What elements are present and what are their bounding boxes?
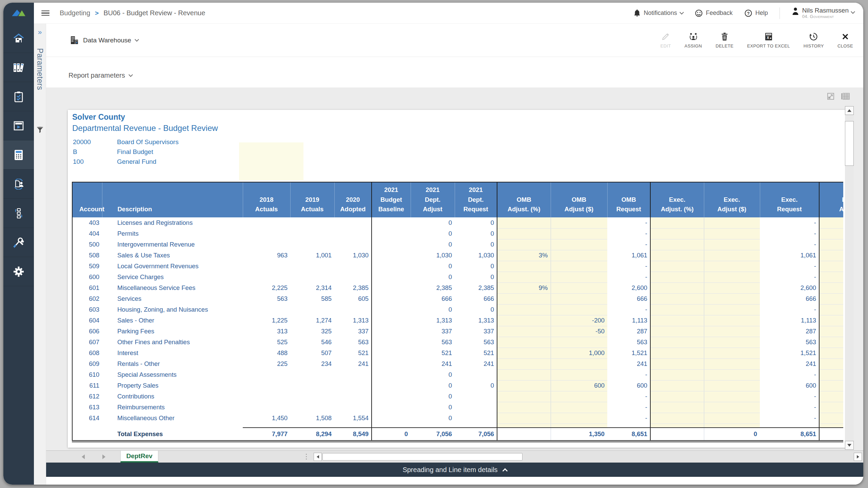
cell-edol[interactable] xyxy=(704,348,760,358)
cell-opct[interactable] xyxy=(497,293,551,304)
cell-edol[interactable] xyxy=(704,358,760,369)
cell-opct[interactable]: 9% xyxy=(497,282,551,293)
cell-part[interactable] xyxy=(819,293,843,304)
report-parameters-toggle[interactable]: Report parameters xyxy=(68,72,132,79)
data-source-selector[interactable]: Data Warehouse xyxy=(70,36,138,45)
sidebar-item-settings[interactable] xyxy=(3,257,34,286)
cell-odol[interactable] xyxy=(551,261,607,272)
horizontal-scrollbar[interactable] xyxy=(312,451,863,463)
cell-opct[interactable] xyxy=(497,261,551,272)
spreading-details-toggle[interactable]: Spreading and Line item details xyxy=(46,463,863,477)
cell-edol[interactable] xyxy=(704,282,760,293)
cell-opct[interactable] xyxy=(497,304,551,315)
cell-odol[interactable] xyxy=(551,272,607,282)
cell-odol[interactable] xyxy=(551,358,607,369)
cell-opct[interactable] xyxy=(497,337,551,348)
cell-edol[interactable] xyxy=(704,293,760,304)
cell-edol[interactable] xyxy=(704,337,760,348)
cell-epct[interactable] xyxy=(650,228,704,239)
horizontal-scroll-thumb[interactable] xyxy=(322,453,522,461)
cell-part[interactable] xyxy=(819,261,843,272)
cell-part[interactable] xyxy=(819,413,843,424)
sidebar-item-playbooks[interactable] xyxy=(3,111,34,140)
notifications-button[interactable]: Notifications xyxy=(633,9,683,17)
scroll-right-button[interactable] xyxy=(854,453,862,461)
cell-epct[interactable] xyxy=(650,261,704,272)
cell-epct[interactable] xyxy=(650,413,704,424)
cell-edol[interactable] xyxy=(704,304,760,315)
cell-odol[interactable] xyxy=(551,413,607,424)
cell-odol[interactable] xyxy=(551,250,607,261)
sidebar-item-tasks[interactable] xyxy=(3,82,34,111)
cell-part[interactable] xyxy=(819,402,843,413)
cell-epct[interactable] xyxy=(650,217,704,228)
cell-epct[interactable] xyxy=(650,358,704,369)
vertical-scrollbar[interactable] xyxy=(845,106,854,450)
cell-epct[interactable] xyxy=(650,348,704,358)
cell-opct[interactable] xyxy=(497,217,551,228)
cell-opct[interactable] xyxy=(497,413,551,424)
cell-edol[interactable] xyxy=(704,315,760,326)
cell-odol[interactable] xyxy=(551,239,607,250)
previous-sheet-button[interactable] xyxy=(82,454,85,459)
cell-odol[interactable]: -50 xyxy=(551,326,607,337)
cell-odol[interactable] xyxy=(551,391,607,402)
sidebar-item-process[interactable] xyxy=(3,199,34,228)
cell-edol[interactable] xyxy=(704,272,760,282)
cell-epct[interactable] xyxy=(650,250,704,261)
scroll-up-button[interactable] xyxy=(845,106,854,115)
cell-opct[interactable] xyxy=(497,369,551,380)
cell-odol[interactable] xyxy=(551,282,607,293)
cell-epct[interactable] xyxy=(650,337,704,348)
cell-epct[interactable] xyxy=(650,326,704,337)
cell-odol[interactable] xyxy=(551,293,607,304)
cell-part[interactable] xyxy=(819,391,843,402)
cell-odol[interactable] xyxy=(551,217,607,228)
cell-epct[interactable] xyxy=(650,272,704,282)
grid-view-icon[interactable] xyxy=(841,92,850,100)
cell-part[interactable] xyxy=(819,315,843,326)
assign-button[interactable]: ASSIGN xyxy=(685,32,702,48)
cell-part[interactable] xyxy=(819,326,843,337)
cell-opct[interactable] xyxy=(497,358,551,369)
cell-edol[interactable] xyxy=(704,413,760,424)
cell-odol[interactable] xyxy=(551,337,607,348)
breadcrumb-section[interactable]: Budgeting xyxy=(60,9,90,17)
cell-part[interactable] xyxy=(819,369,843,380)
cell-edol[interactable] xyxy=(704,326,760,337)
cell-edol[interactable] xyxy=(704,250,760,261)
feedback-button[interactable]: Feedback xyxy=(695,9,733,17)
history-button[interactable]: HISTORY xyxy=(804,32,824,48)
cell-opct[interactable] xyxy=(497,391,551,402)
delete-button[interactable]: DELETE xyxy=(715,32,733,48)
close-button[interactable]: CLOSE xyxy=(837,32,853,48)
help-button[interactable]: ? Help xyxy=(744,9,768,17)
sidebar-item-tools[interactable] xyxy=(3,228,34,257)
export-to-excel-button[interactable]: X EXPORT TO EXCEL xyxy=(747,32,790,48)
cell-epct[interactable] xyxy=(650,304,704,315)
cell-edol[interactable] xyxy=(704,369,760,380)
cell-part[interactable] xyxy=(819,348,843,358)
menu-button[interactable] xyxy=(41,9,50,17)
next-sheet-button[interactable] xyxy=(102,454,105,459)
edit-button[interactable]: EDIT xyxy=(660,32,671,48)
filter-funnel-icon[interactable] xyxy=(36,126,44,134)
scroll-down-button[interactable] xyxy=(845,441,854,450)
cell-edol[interactable] xyxy=(704,391,760,402)
cell-epct[interactable] xyxy=(650,293,704,304)
cell-opct[interactable] xyxy=(497,239,551,250)
cell-part[interactable] xyxy=(819,250,843,261)
cell-part[interactable] xyxy=(819,239,843,250)
cell-opct[interactable] xyxy=(497,315,551,326)
cell-part[interactable] xyxy=(819,228,843,239)
cell-opct[interactable]: 3% xyxy=(497,250,551,261)
splitter-handle[interactable] xyxy=(306,451,312,463)
cell-epct[interactable] xyxy=(650,380,704,391)
cell-opct[interactable] xyxy=(497,228,551,239)
cell-opct[interactable] xyxy=(497,272,551,282)
cell-odol[interactable] xyxy=(551,304,607,315)
cell-edol[interactable] xyxy=(704,239,760,250)
cell-epct[interactable] xyxy=(650,369,704,380)
cell-edol[interactable] xyxy=(704,228,760,239)
sidebar-item-archive[interactable] xyxy=(3,53,34,82)
